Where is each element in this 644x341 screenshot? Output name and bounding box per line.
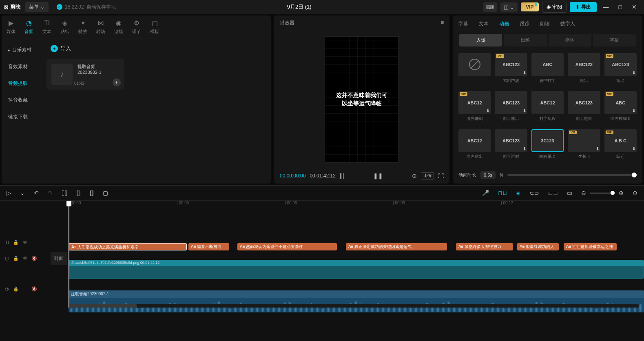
- video-track-icon[interactable]: ▢: [5, 256, 9, 261]
- zoom-in-button[interactable]: ⊕: [617, 188, 625, 198]
- text-clip-1[interactable]: A≡ 需要不断努力: [188, 243, 229, 250]
- anim-item-13[interactable]: VIP⬇生长 II: [568, 129, 600, 163]
- anim-item-1[interactable]: VIPABC123⬇鸣叫声波: [495, 53, 527, 87]
- property-tab-动画[interactable]: 动画: [499, 20, 509, 27]
- text-track-icon[interactable]: TI: [5, 240, 9, 245]
- select-tool[interactable]: ▷: [5, 188, 13, 198]
- nav-tab-音频[interactable]: ◔音频: [24, 19, 33, 35]
- sidebar-item-1[interactable]: 音效素材: [5, 59, 39, 74]
- lock-icon[interactable]: 🔒: [13, 240, 19, 245]
- duration-value[interactable]: 0.5s: [480, 171, 496, 179]
- ratio-button[interactable]: 比例: [421, 172, 434, 179]
- review-button[interactable]: ◉ 审阅: [542, 2, 567, 13]
- mute-icon[interactable]: 🔇: [31, 286, 37, 292]
- sidebar-item-3[interactable]: 抖音收藏: [5, 93, 39, 108]
- close-button[interactable]: ✕: [629, 2, 640, 12]
- sidebar-item-0[interactable]: ▸音乐素材: [5, 42, 39, 58]
- delete-tool[interactable]: ▢: [101, 188, 110, 198]
- duration-slider[interactable]: [507, 174, 637, 176]
- property-tab-字幕[interactable]: 字幕: [458, 20, 468, 27]
- align-button[interactable]: ⊏⊐: [547, 188, 560, 198]
- text-clip-2[interactable]: A≡ 然而我认为这些并不是必要条件: [237, 243, 337, 250]
- lock-icon[interactable]: 🔒: [13, 286, 19, 292]
- subtab-字幕[interactable]: 字幕: [593, 34, 636, 46]
- media-card[interactable]: ♪ 提取音频 20230902-1 01:42 +: [46, 59, 124, 90]
- anim-item-0[interactable]: [458, 53, 491, 87]
- maximize-button[interactable]: □: [615, 2, 625, 12]
- audio-track-icon[interactable]: ◔: [5, 286, 9, 292]
- nav-tab-媒体[interactable]: ▶媒体: [7, 19, 15, 35]
- anim-item-5[interactable]: VIPABC12⬇激光雕刻: [458, 91, 491, 125]
- cover-button[interactable]: 封面: [51, 252, 67, 265]
- property-tab-跟踪[interactable]: 跟踪: [520, 20, 529, 27]
- nav-tab-转场[interactable]: ⋈转场: [96, 19, 105, 35]
- video-frame[interactable]: 这并不意味着我们可 以坐等运气降临: [325, 36, 399, 163]
- nav-tab-调节[interactable]: ⚙调节: [132, 19, 141, 35]
- split-right-tool[interactable]: |⟧: [88, 188, 96, 198]
- text-clip-4[interactable]: A≡ 虽然许多人都很努力: [456, 243, 513, 250]
- keyboard-button[interactable]: ⌨: [483, 2, 497, 12]
- nav-tab-滤镜[interactable]: ◉滤镜: [114, 19, 123, 35]
- nav-tab-特效[interactable]: ✦特效: [78, 19, 87, 35]
- anim-item-7[interactable]: ABC12打字机IV: [531, 91, 564, 125]
- pause-button[interactable]: ❚❚: [373, 173, 383, 179]
- playhead[interactable]: [69, 201, 69, 308]
- property-tab-文本[interactable]: 文本: [479, 20, 489, 27]
- redo-button[interactable]: ↷: [46, 188, 54, 198]
- anim-item-10[interactable]: ABC12向左露出: [458, 129, 491, 163]
- select-dropdown[interactable]: ⌄: [18, 188, 27, 198]
- anim-item-3[interactable]: ABC123甩出: [568, 53, 600, 87]
- audio-clip[interactable]: 提取音频20230902-1: [69, 290, 644, 312]
- preview-menu-icon[interactable]: ≡: [441, 20, 444, 27]
- minimize-button[interactable]: —: [600, 2, 612, 12]
- sidebar-item-4[interactable]: 链接下载: [5, 109, 39, 124]
- fullscreen-icon[interactable]: ⛶: [438, 173, 444, 179]
- anim-item-6[interactable]: ABC123⬇向上露出: [495, 91, 527, 125]
- add-media-button[interactable]: +: [113, 78, 121, 86]
- anim-item-11[interactable]: ABC123⬇向下溶解: [495, 129, 527, 163]
- subtab-出场[interactable]: 出场: [504, 34, 547, 46]
- menu-button[interactable]: 菜单 ⌄: [25, 2, 49, 12]
- nav-tab-贴纸[interactable]: ◈贴纸: [60, 19, 69, 35]
- mute-icon[interactable]: 🔇: [31, 256, 37, 261]
- zoom-fit-button[interactable]: ⊙: [631, 188, 639, 198]
- property-tab-朗读[interactable]: 朗读: [540, 20, 550, 27]
- snap-button[interactable]: ◈: [514, 188, 522, 198]
- video-clip[interactable]: 2fcaacb5a061b4a502dfe1208635c6d.png 00:0…: [69, 260, 644, 279]
- zoom-slider[interactable]: [590, 193, 615, 194]
- export-button[interactable]: ⬆ 导出: [570, 2, 597, 12]
- anim-item-9[interactable]: VIPABC⬇向右模糊 II: [604, 91, 637, 125]
- text-clip-5[interactable]: A≡ 但最终成功的人: [517, 243, 559, 250]
- anim-item-2[interactable]: ABC居中打字: [531, 53, 564, 87]
- split-tool[interactable]: ⟦⟧: [60, 188, 69, 198]
- anim-item-4[interactable]: VIPABC123⬇顶出: [604, 53, 637, 87]
- scan-icon[interactable]: ⊙: [412, 173, 417, 179]
- zoom-out-button[interactable]: ⊖: [580, 188, 588, 198]
- link-button[interactable]: ⊂⊃: [528, 188, 541, 198]
- eye-icon[interactable]: 👁: [23, 240, 27, 245]
- anim-item-14[interactable]: VIPA B C⬇跃迁: [604, 129, 637, 163]
- property-tab-数字人[interactable]: 数字人: [560, 20, 575, 27]
- stepper-icon[interactable]: ⇅: [500, 173, 503, 178]
- mic-button[interactable]: 🎤: [480, 188, 491, 198]
- sidebar-item-2[interactable]: 音频提取: [5, 76, 39, 91]
- nav-tab-模板[interactable]: ▢模板: [150, 19, 159, 35]
- import-button[interactable]: + 导入: [46, 42, 75, 55]
- subtab-循环[interactable]: 循环: [549, 34, 591, 46]
- timeline-ruler[interactable]: | 00:00| 00:03| 00:06| 00:09| 00:12: [69, 201, 644, 209]
- timeline-scrollbar[interactable]: [69, 304, 639, 308]
- compare-icon[interactable]: |||: [340, 173, 344, 179]
- preview-button[interactable]: ▭: [565, 188, 574, 198]
- subtab-入场[interactable]: 入场: [459, 34, 502, 46]
- lock-icon[interactable]: 🔒: [13, 256, 19, 261]
- undo-button[interactable]: ↶: [32, 188, 40, 198]
- layout-button[interactable]: ◫ ⌄: [500, 2, 518, 12]
- vip-button[interactable]: VIP: [521, 2, 538, 11]
- eye-icon[interactable]: 👁: [23, 256, 27, 261]
- split-left-tool[interactable]: ⟦|: [75, 188, 82, 198]
- text-clip-3[interactable]: A≡ 真正决定成功的关键因素是运气: [346, 243, 447, 250]
- text-clip-6[interactable]: A≡ 往往是那些被幸运之神: [564, 243, 617, 250]
- text-clip-0[interactable]: A≡ 人们常说成功之路充满曲折和艰辛: [69, 243, 187, 250]
- magnet-button[interactable]: ⊓⊔: [496, 188, 509, 198]
- anim-item-8[interactable]: ABC123向上翻转: [568, 91, 600, 125]
